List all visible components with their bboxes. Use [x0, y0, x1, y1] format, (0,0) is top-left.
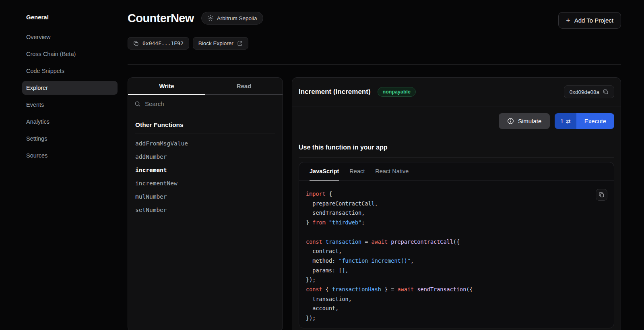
- sidebar-item-code-snippets[interactable]: Code Snippets: [22, 64, 118, 78]
- copy-code-button[interactable]: [596, 189, 607, 201]
- copy-icon: [133, 41, 139, 46]
- usage-divider: [299, 157, 614, 158]
- function-list-body: Other Functions addFromMsgValueaddNumber…: [128, 113, 283, 216]
- function-search-input[interactable]: [145, 100, 276, 107]
- mutability-badge: nonpayable: [378, 87, 416, 97]
- function-list: addFromMsgValueaddNumberincrementincreme…: [135, 137, 275, 216]
- code-line: sendTransaction,: [306, 208, 607, 218]
- code-line: const transaction = await prepareContrac…: [306, 237, 607, 247]
- plus-icon: +: [566, 17, 570, 24]
- function-selector-button[interactable]: 0xd09de08a: [564, 85, 614, 98]
- function-item-increment[interactable]: increment: [135, 163, 275, 176]
- code-line: prepareContractCall,: [306, 199, 607, 209]
- function-title: Increment (increment): [299, 88, 371, 96]
- code-line: params: [],: [306, 266, 607, 276]
- execute-button[interactable]: 1 ⇄ Execute: [555, 113, 614, 129]
- function-item-incrementnew[interactable]: incrementNew: [135, 176, 275, 190]
- simulate-label: Simulate: [518, 118, 541, 125]
- execute-main-button[interactable]: Execute: [576, 113, 614, 129]
- code-line: import {: [306, 189, 607, 199]
- contract-address-button[interactable]: 0x044E...1E92: [128, 37, 189, 50]
- function-item-setnumber[interactable]: setNumber: [135, 203, 275, 216]
- network-badge[interactable]: Arbitrum Sepolia: [201, 12, 263, 25]
- simulate-button[interactable]: Simulate: [499, 113, 550, 129]
- code-area: import { prepareContractCall, sendTransa…: [299, 181, 614, 323]
- info-icon: [507, 118, 514, 125]
- function-item-mulnumber[interactable]: mulNumber: [135, 190, 275, 203]
- function-section-divider: [135, 133, 275, 133]
- contract-meta-row: 0x044E...1E92 Block Explorer: [128, 37, 621, 50]
- code-line: method: "function increment()",: [306, 256, 607, 266]
- code-line: });: [306, 275, 607, 285]
- page: General OverviewCross Chain (Beta)Code S…: [0, 0, 644, 330]
- sidebar-item-analytics[interactable]: Analytics: [22, 115, 118, 129]
- network-icon: [207, 15, 214, 21]
- code-line: } from "thirdweb";: [306, 218, 607, 228]
- contract-header: CounterNew Arbitrum Sepolia + Add To Pro…: [128, 11, 621, 29]
- usage-title: Use this function in your app: [292, 144, 621, 151]
- title-group: CounterNew Arbitrum Sepolia: [128, 11, 263, 25]
- sidebar: General OverviewCross Chain (Beta)Code S…: [0, 0, 121, 330]
- code-tab-javascript[interactable]: JavaScript: [310, 162, 339, 181]
- code-tab-react-native[interactable]: React Native: [375, 162, 409, 181]
- tab-write[interactable]: Write: [128, 78, 205, 95]
- function-detail-header: Increment (increment) nonpayable 0xd09de…: [292, 78, 621, 106]
- swap-icon: ⇄: [566, 118, 571, 124]
- block-explorer-button[interactable]: Block Explorer: [193, 37, 248, 50]
- code-line: const { transactionHash } = await sendTr…: [306, 285, 607, 295]
- add-to-project-button[interactable]: + Add To Project: [558, 12, 621, 29]
- function-section-title: Other Functions: [135, 121, 275, 129]
- external-link-icon: [237, 41, 243, 46]
- functions-panel: WriteRead Other Functions addFromMsgValu…: [128, 77, 283, 330]
- main-content: CounterNew Arbitrum Sepolia + Add To Pro…: [121, 0, 644, 330]
- code-line: contract,: [306, 247, 607, 256]
- sidebar-section-title: General: [22, 14, 118, 21]
- header-divider: [128, 64, 621, 65]
- search-icon: [134, 101, 141, 107]
- block-explorer-label: Block Explorer: [198, 40, 233, 46]
- sidebar-item-settings[interactable]: Settings: [22, 132, 118, 145]
- write-read-tabs: WriteRead: [128, 78, 283, 95]
- actions-row: Simulate 1 ⇄ Execute: [292, 113, 621, 129]
- code-line: });: [306, 313, 607, 323]
- function-item-addnumber[interactable]: addNumber: [135, 150, 275, 163]
- add-to-project-label: Add To Project: [574, 17, 613, 24]
- contract-address: 0x044E...1E92: [142, 40, 184, 46]
- function-search-row: [128, 95, 283, 113]
- tab-read[interactable]: Read: [205, 78, 283, 95]
- sidebar-item-overview[interactable]: Overview: [22, 30, 118, 44]
- sidebar-nav: OverviewCross Chain (Beta)Code SnippetsE…: [22, 30, 118, 162]
- sidebar-item-events[interactable]: Events: [22, 98, 118, 112]
- code-block: import { prepareContractCall, sendTransa…: [306, 189, 607, 323]
- function-item-addfrommsgvalue[interactable]: addFromMsgValue: [135, 137, 275, 150]
- function-detail-panel: Increment (increment) nonpayable 0xd09de…: [292, 77, 621, 330]
- network-badge-label: Arbitrum Sepolia: [217, 15, 257, 21]
- sidebar-item-cross-chain-beta[interactable]: Cross Chain (Beta): [22, 47, 118, 61]
- sidebar-item-sources[interactable]: Sources: [22, 149, 118, 162]
- code-line: [306, 228, 607, 237]
- code-tab-react[interactable]: React: [349, 162, 365, 181]
- code-language-tabs: JavaScriptReactReact Native: [299, 162, 614, 181]
- code-line: transaction,: [306, 295, 607, 304]
- page-title: CounterNew: [128, 11, 194, 25]
- copy-icon: [599, 192, 605, 198]
- copy-icon: [603, 89, 609, 95]
- explorer-panels: WriteRead Other Functions addFromMsgValu…: [128, 77, 621, 330]
- code-card: JavaScriptReactReact Native import { pre…: [299, 162, 614, 328]
- sidebar-item-explorer[interactable]: Explorer: [22, 81, 118, 95]
- code-line: account,: [306, 304, 607, 313]
- function-selector: 0xd09de08a: [570, 89, 599, 95]
- execute-count[interactable]: 1 ⇄: [555, 113, 576, 129]
- execute-count-value: 1: [560, 118, 564, 125]
